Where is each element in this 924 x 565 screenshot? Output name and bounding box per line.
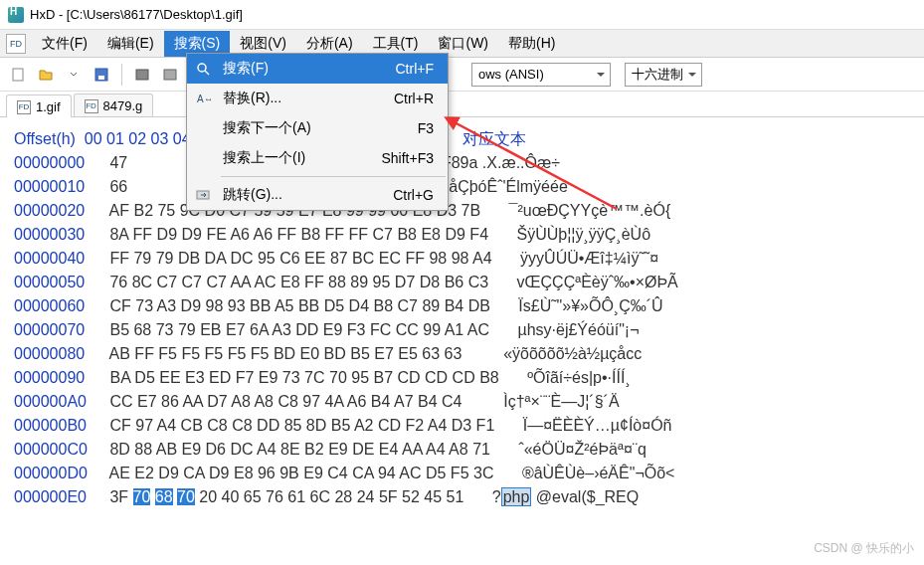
hex-header: Offset(h) 00 01 02 03 04 05 06 07 08 09 … (14, 127, 910, 151)
numbase-combo[interactable]: 十六进制 (625, 63, 702, 87)
menu-label: 搜索上一个(I) (219, 149, 381, 167)
dropdown-arrow-icon[interactable] (62, 63, 86, 87)
menu-item-搜索(F)[interactable]: 搜索(F)Ctrl+F (187, 54, 448, 84)
goto-icon (187, 187, 219, 203)
hex-row[interactable]: 00000030 8A FF D9 D9 FE A6 A6 FF B8 FF F… (14, 223, 910, 247)
menu-item-跳转(G)...[interactable]: 跳转(G)...Ctrl+G (187, 180, 448, 210)
encoding-combo[interactable]: ows (ANSI) (471, 63, 611, 87)
menu-label: 跳转(G)... (219, 186, 393, 204)
hex-row[interactable]: 00000070 B5 68 73 79 EB E7 6A A3 DD E9 F… (14, 318, 910, 342)
file-icon: FD (17, 100, 31, 114)
search-menu-dropdown: 搜索(F)Ctrl+FA↔B替换(R)...Ctrl+R搜索下一个(A)F3搜索… (186, 53, 449, 211)
window-title: HxD - [C:\Users\86177\Desktop\1.gif] (30, 7, 243, 22)
menu-label: 替换(R)... (219, 90, 394, 107)
menu-accel: Ctrl+R (394, 91, 448, 106)
watermark: CSDN @ 快乐的小 (814, 540, 914, 557)
menu-separator (221, 176, 446, 177)
hex-row[interactable]: 00000040 FF 79 79 DB DA DC 95 C6 EE 87 B… (14, 247, 910, 271)
numbase-value: 十六进制 (632, 66, 683, 84)
menu-item-搜索上一个(I)[interactable]: 搜索上一个(I)Shift+F3 (187, 143, 448, 173)
hex-row[interactable]: 00000090 BA D5 EE E3 ED F7 E9 73 7C 70 9… (14, 366, 910, 390)
hex-row[interactable]: 000000C0 8D 88 AB E9 D6 DC A4 8E B2 E9 D… (14, 438, 910, 462)
save-icon[interactable] (90, 63, 113, 87)
tabbar: FD1.gifFD8479.g (0, 92, 924, 117)
open-file-icon[interactable] (34, 63, 58, 87)
toolbar: ows (ANSI) 十六进制 (0, 58, 924, 92)
hex-row[interactable]: 000000D0 AE E2 D9 CA D9 E8 96 9B E9 C4 C… (14, 462, 910, 485)
svg-point-5 (198, 64, 206, 72)
app-icon (8, 7, 24, 23)
menu-accel: F3 (418, 120, 448, 136)
hex-row[interactable]: 00000080 AB FF F5 F5 F5 F5 F5 BD E0 BD B… (14, 342, 910, 366)
tab-1.gif[interactable]: FD1.gif (6, 94, 72, 117)
svg-rect-0 (13, 69, 23, 81)
hex-view[interactable]: Offset(h) 00 01 02 03 04 05 06 07 08 09 … (0, 117, 924, 519)
hex-row[interactable]: 00000000 47 02 E6 7F 00 D4 E6 F7 GIF89a … (14, 151, 910, 175)
hex-row[interactable]: 00000060 CF 73 A3 D9 98 93 BB A5 BB D5 D… (14, 294, 910, 318)
menu-accel: Ctrl+G (393, 187, 448, 203)
toolbar-separator (121, 64, 122, 86)
svg-rect-2 (98, 76, 104, 80)
hex-row[interactable]: 00000020 AF B2 75 9C D0 C7 59 59 E7 E8 9… (14, 199, 910, 223)
svg-line-6 (205, 71, 209, 75)
menu-item-替换(R)...[interactable]: A↔B替换(R)...Ctrl+R (187, 84, 448, 113)
replace-icon: A↔B (187, 91, 219, 106)
file-icon: FD (85, 99, 98, 113)
tool-icon-1[interactable] (130, 63, 154, 87)
search-icon (187, 61, 219, 77)
menu-accel: Ctrl+F (396, 61, 449, 77)
menubar: FD 文件(F)编辑(E)搜索(S)视图(V)分析(A)工具(T)窗口(W)帮助… (0, 30, 924, 58)
encoding-value: ows (ANSI) (478, 67, 544, 82)
tab-8479.g[interactable]: FD8479.g (74, 94, 154, 116)
hex-row[interactable]: 000000E0 3F 70 68 70 20 40 65 76 61 6C 2… (14, 485, 910, 509)
menu-文件(F)[interactable]: 文件(F) (32, 31, 97, 57)
svg-rect-4 (164, 70, 176, 80)
app-logo-icon: FD (6, 34, 26, 54)
new-file-icon[interactable] (6, 63, 30, 87)
menu-item-搜索下一个(A)[interactable]: 搜索下一个(A)F3 (187, 113, 448, 143)
tool-icon-2[interactable] (158, 63, 182, 87)
menu-label: 搜索下一个(A) (219, 119, 418, 137)
hex-row[interactable]: 00000010 66 C9 6C 6D FF E9 E9 C9 f©åÇþóÊ… (14, 175, 910, 199)
menu-编辑(E)[interactable]: 编辑(E) (97, 31, 164, 57)
hex-row[interactable]: 00000050 76 8C C7 C7 C7 AA AC E8 FF 88 8… (14, 271, 910, 294)
hex-row[interactable]: 000000B0 CF 97 A4 CB C8 C8 DD 85 8D B5 A… (14, 414, 910, 438)
svg-text:A↔B: A↔B (197, 94, 211, 104)
titlebar: HxD - [C:\Users\86177\Desktop\1.gif] (0, 0, 924, 30)
menu-accel: Shift+F3 (381, 150, 448, 166)
hex-row[interactable]: 000000A0 CC E7 86 AA D7 A8 A8 C8 97 4A A… (14, 390, 910, 414)
svg-rect-3 (136, 70, 148, 80)
menu-label: 搜索(F) (219, 60, 396, 78)
menu-帮助(H)[interactable]: 帮助(H) (498, 31, 565, 57)
